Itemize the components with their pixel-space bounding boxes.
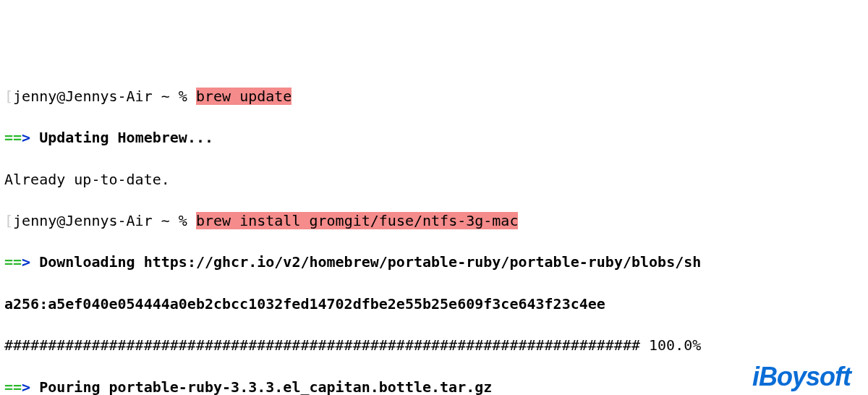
prompt-line-1: [jenny@Jennys-Air ~ % brew update: [4, 86, 864, 107]
download-text: Downloading https://ghcr.io/v2/homebrew/…: [39, 253, 701, 271]
prompt-line-2: [jenny@Jennys-Air ~ % brew install gromg…: [4, 211, 864, 232]
bracket: [: [4, 212, 13, 229]
prompt-user: jenny@Jennys-Air: [13, 212, 153, 229]
prompt-sep: %: [179, 212, 187, 229]
download-line-1: ==> Downloading https://ghcr.io/v2/homeb…: [4, 252, 864, 273]
download-line-2: a256:a5ef040e054444a0eb2cbcc1032fed14702…: [4, 294, 864, 315]
prompt-user: jenny@Jennys-Air: [13, 88, 153, 105]
command-1[interactable]: brew update: [196, 88, 292, 105]
arrow-icon: ==: [4, 378, 22, 395]
bracket: [: [4, 88, 13, 105]
prompt-path: ~: [161, 212, 170, 229]
command-2[interactable]: brew install gromgit/fuse/ntfs-3g-mac: [196, 212, 519, 229]
prompt-path: ~: [161, 88, 170, 105]
already-uptodate: Already up-to-date.: [4, 169, 864, 190]
arrow-icon: ==: [4, 253, 22, 271]
arrowhead-icon: >: [22, 129, 30, 146]
updating-text: Updating Homebrew...: [39, 129, 213, 146]
arrowhead-icon: >: [22, 378, 30, 395]
progress-bar: ########################################…: [4, 335, 864, 356]
arrowhead-icon: >: [22, 253, 30, 271]
prompt-sep: %: [179, 88, 187, 105]
pour-line: ==> Pouring portable-ruby-3.3.3.el_capit…: [4, 377, 864, 395]
updating-line: ==> Updating Homebrew...: [4, 127, 864, 148]
pour-text: Pouring portable-ruby-3.3.3.el_capitan.b…: [39, 378, 492, 395]
arrow-icon: ==: [4, 129, 22, 146]
